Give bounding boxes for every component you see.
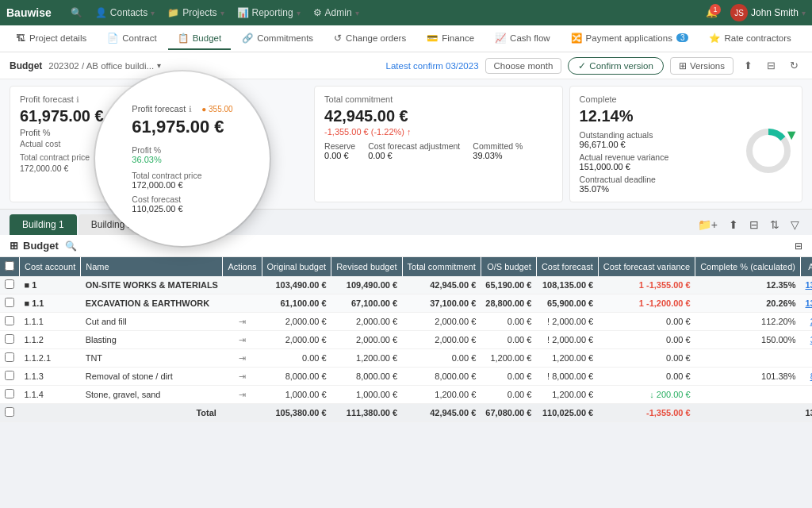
tab-budget[interactable]: 📋 Budget xyxy=(168,28,231,50)
row-actions[interactable]: ⇥ xyxy=(223,386,262,404)
commitment-variance: -1,355.00 € (-1.22%) ↑ xyxy=(324,127,553,137)
mag-info-icon[interactable]: ℹ xyxy=(189,105,192,114)
col-name[interactable]: Name xyxy=(81,257,223,276)
nav-search[interactable]: 🔍 xyxy=(71,7,82,18)
row-os-budget: 0.00 € xyxy=(481,386,536,404)
row-total-commit: 8,000.00 € xyxy=(402,368,481,386)
row-name: Cut and fill xyxy=(81,313,223,331)
row-name: EXCAVATION & EARTHWORK xyxy=(81,294,223,313)
row-actual-cost[interactable]: 2,244.00 € xyxy=(801,313,813,331)
col-complete-pct[interactable]: Complete % (calculated) xyxy=(695,257,801,276)
row-checkbox-cell xyxy=(0,349,20,368)
row-checkbox[interactable] xyxy=(5,316,14,325)
row-checkbox[interactable] xyxy=(5,389,14,398)
col-actions: Actions xyxy=(223,257,262,276)
row-actions[interactable]: ⇥ xyxy=(223,313,262,331)
tab-project-details[interactable]: 🏗 Project details xyxy=(6,29,96,49)
upload-button[interactable]: ⬆ xyxy=(740,57,756,74)
nav-admin[interactable]: ⚙ Admin ▾ xyxy=(313,7,359,18)
col-cost-forecast[interactable]: Cost forecast xyxy=(536,257,598,276)
building-tab-1[interactable]: Building 1 xyxy=(10,214,77,235)
breadcrumb-path[interactable]: 202302 / AB office buildi... ▾ xyxy=(48,61,161,71)
tab-change-orders[interactable]: ↺ Change orders xyxy=(324,28,416,50)
grid-view-button[interactable]: ⊟ xyxy=(763,57,779,74)
row-actual-cost: 13,354.00 € xyxy=(801,404,813,422)
complete-title: Complete xyxy=(580,94,792,104)
complete-card: Complete 12.14% Outstanding actuals 96,6… xyxy=(569,86,802,202)
table-row: Total 105,380.00 € 111,380.00 € 42,945.0… xyxy=(0,404,812,422)
row-checkbox[interactable] xyxy=(5,352,14,362)
versions-button[interactable]: ⊞ Versions xyxy=(670,57,733,75)
row-actual-cost[interactable]: 3,000.00 € xyxy=(801,331,813,349)
latest-confirm-link[interactable]: Latest confirm 03/2023 xyxy=(386,61,479,71)
row-actual-cost[interactable]: 13,354.00 € xyxy=(801,276,813,294)
row-total-commit: 42,945.00 € xyxy=(402,404,481,422)
row-account: 1.1.4 xyxy=(20,386,81,404)
tab-commitments[interactable]: 🔗 Commitments xyxy=(232,28,323,50)
row-complete-pct xyxy=(695,386,801,404)
row-cost-forecast: 1,200.00 € xyxy=(536,349,598,368)
row-account xyxy=(20,404,81,422)
col-os-budget[interactable]: O/S budget xyxy=(481,257,536,276)
filter-icon[interactable]: ▽ xyxy=(787,217,802,233)
row-actual-cost: 0.00 € xyxy=(801,349,813,368)
complete-value: 12.14% xyxy=(580,107,669,125)
row-actions[interactable]: ⇥ xyxy=(223,349,262,368)
row-actual-cost[interactable]: 8,110.00 € xyxy=(801,368,813,386)
tab-contract[interactable]: 📄 Contract xyxy=(98,28,166,50)
add-building-icon[interactable]: 📁+ xyxy=(695,217,721,233)
row-actual-cost[interactable]: 13,354.00 € xyxy=(801,294,813,313)
columns-icon[interactable]: ⊟ xyxy=(795,241,802,252)
row-name: TNT xyxy=(81,349,223,368)
col-cf-variance[interactable]: Cost forecast variance xyxy=(598,257,695,276)
row-total-commit: 42,945.00 € xyxy=(402,276,481,294)
nav-projects[interactable]: 📁 Projects ▾ xyxy=(167,7,224,18)
row-complete-pct xyxy=(695,404,801,422)
row-checkbox[interactable] xyxy=(5,334,14,344)
row-checkbox[interactable] xyxy=(5,298,14,307)
table-icon[interactable]: ⊟ xyxy=(746,217,762,233)
grid-icon: ⊞ xyxy=(679,60,687,71)
row-checkbox[interactable] xyxy=(5,279,14,289)
notification-bell[interactable]: 🔔 1 xyxy=(706,7,718,18)
row-actions[interactable]: ⇥ xyxy=(223,331,262,349)
select-all-checkbox[interactable] xyxy=(5,261,14,271)
row-cost-forecast: 108,135.00 € xyxy=(536,276,598,294)
col-account[interactable]: Cost account xyxy=(20,257,81,276)
budget-search-button[interactable]: 🔍 xyxy=(65,241,77,252)
confirm-version-button[interactable]: ✓ Confirm version xyxy=(568,57,664,75)
col-orig-budget[interactable]: Original budget xyxy=(262,257,331,276)
choose-month-button[interactable]: Choose month xyxy=(485,58,562,74)
col-total-commit[interactable]: Total commitment xyxy=(402,257,481,276)
breadcrumb-bar: Budget 202302 / AB office buildi... ▾ La… xyxy=(0,52,812,79)
profit-info-icon[interactable]: ℹ xyxy=(76,95,79,104)
tab-rate-contractors[interactable]: ⭐ Rate contractors xyxy=(699,28,800,50)
nav-reporting[interactable]: 📊 Reporting ▾ xyxy=(237,7,301,18)
row-name: ON-SITE WORKS & MATERIALS xyxy=(81,276,223,294)
row-cf-variance: 0.00 € xyxy=(598,331,695,349)
refresh-button[interactable]: ↻ xyxy=(786,57,802,74)
row-total-commit: 0.00 € xyxy=(402,349,481,368)
mag-main-value: 61,975.00 € xyxy=(132,117,232,137)
row-cost-forecast: 110,025.00 € xyxy=(536,404,598,422)
row-os-budget: 1,200.00 € xyxy=(481,349,536,368)
row-cf-variance: 1 -1,200.00 € xyxy=(598,294,695,313)
sort-icon[interactable]: ⇅ xyxy=(767,217,783,233)
magnifier-content: Profit forecast ℹ ● 355.00 61,975.00 € P… xyxy=(117,90,247,228)
actual-cost-label: Actual cost xyxy=(20,139,60,148)
nav-contacts[interactable]: 👤 Contacts ▾ xyxy=(95,7,155,18)
row-checkbox[interactable] xyxy=(5,371,14,380)
row-rev-budget: 109,490.00 € xyxy=(331,276,402,294)
row-checkbox[interactable] xyxy=(5,407,14,417)
tab-payment-applications[interactable]: 🔀 Payment applications 3 xyxy=(561,28,699,50)
tab-finance[interactable]: 💳 Finance xyxy=(417,28,484,50)
col-actual-cost[interactable]: Actual cost xyxy=(801,257,813,276)
col-rev-budget[interactable]: Revised budget xyxy=(331,257,402,276)
mag-contract: Total contract price 172,000.00 € xyxy=(132,171,232,190)
contract-icon: 📄 xyxy=(107,33,118,44)
user-menu[interactable]: JS John Smith ▾ xyxy=(730,4,806,21)
mag-pct-label: Profit % xyxy=(132,145,161,155)
tree-icon[interactable]: ⬆ xyxy=(726,217,741,233)
tab-cash-flow[interactable]: 📈 Cash flow xyxy=(485,28,560,50)
row-actions[interactable]: ⇥ xyxy=(223,368,262,386)
